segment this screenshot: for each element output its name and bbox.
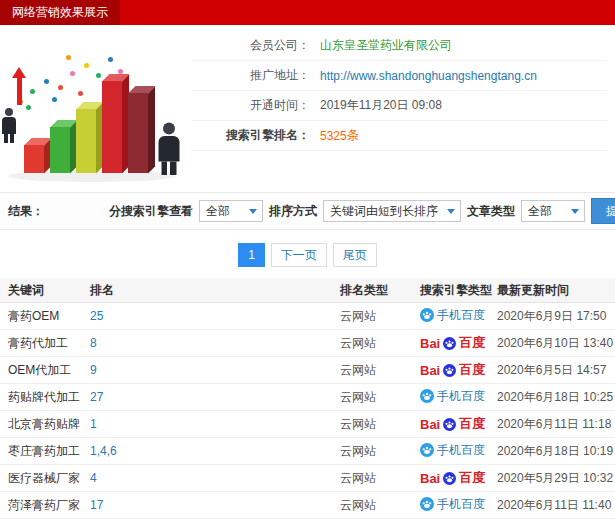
keyword-cell: 北京膏药贴牌 (8, 416, 90, 433)
mobile-baidu-badge: 手机百度 (420, 496, 485, 513)
baidu-wordmark: Bai (420, 471, 440, 486)
growth-arrow-icon (17, 77, 22, 105)
keyword-cell: 枣庄膏药加工 (8, 443, 90, 460)
updated-cell: 2020年6月18日 10:25 (497, 389, 615, 406)
baidu-paw-icon (443, 337, 456, 350)
open-time-label: 开通时间： (192, 97, 310, 114)
article-type-select[interactable]: 全部 (521, 200, 585, 222)
updated-cell: 2020年6月9日 17:50 (497, 308, 615, 325)
chevron-down-icon (571, 209, 579, 214)
table-body: 膏药OEM 25 云网站 手机百度 Bai (0, 303, 615, 519)
engine-type-cell: 手机百度 Bai 百度 (420, 307, 497, 326)
mobile-baidu-badge: 手机百度 (420, 442, 485, 459)
updated-cell: 2020年6月11日 11:40 (497, 497, 615, 514)
last-page-button[interactable]: 尾页 (333, 243, 377, 267)
company-name: 山东皇圣堂药业有限公司 (320, 37, 452, 54)
baidu-wordmark: Bai (420, 363, 440, 378)
baidu-cn-label: 百度 (459, 415, 485, 433)
table-row: 菏泽膏药厂家 17 云网站 手机百度 Bai (0, 492, 615, 519)
mobile-baidu-icon (420, 497, 434, 511)
keyword-cell: 医疗器械厂家 (8, 470, 90, 487)
filter-controls: 分搜索引擎查看 全部 排序方式 关键词由短到长排序 文章类型 全部 提交 (109, 198, 615, 224)
url-label: 推广地址： (192, 67, 310, 84)
engine-rank-row: 搜索引擎排名： 5325 条 (192, 121, 607, 151)
engine-filter-value: 全部 (206, 203, 230, 220)
table-row: OEM代加工 9 云网站 手机百度 Bai (0, 357, 615, 384)
updated-cell: 2020年5月29日 10:32 (497, 470, 615, 487)
engine-type-cell: 手机百度 Bai 百度 (420, 361, 497, 379)
bar-chart-bar (128, 93, 148, 173)
company-label: 会员公司： (192, 37, 310, 54)
sort-order-value: 关键词由短到长排序 (330, 203, 438, 220)
rank-cell: 9 (90, 363, 340, 377)
submit-button[interactable]: 提交 (591, 198, 615, 224)
baidu-logo: Bai 百度 (420, 469, 485, 487)
engine-type-cell: 手机百度 Bai 百度 (420, 469, 497, 487)
next-page-button[interactable]: 下一页 (271, 243, 327, 267)
rank-type-cell: 云网站 (340, 362, 420, 379)
bar-chart-bar (102, 81, 122, 173)
baidu-paw-icon (443, 472, 456, 485)
updated-cell: 2020年6月11日 11:18 (497, 416, 615, 433)
filter-bar: 结果： 分搜索引擎查看 全部 排序方式 关键词由短到长排序 文章类型 全部 提交 (0, 192, 615, 230)
businessman-figure (2, 108, 16, 143)
rank-cell: 1,4,6 (90, 444, 340, 458)
results-table: 关键词 排名 排名类型 搜索引擎类型 最新更新时间 膏药OEM 25 云网站 手… (0, 278, 615, 519)
baidu-paw-icon (443, 364, 456, 377)
header-engine-type: 搜索引擎类型 (420, 282, 497, 299)
baidu-wordmark: Bai (420, 417, 440, 432)
mobile-baidu-label: 手机百度 (437, 442, 485, 459)
baidu-wordmark: Bai (420, 336, 440, 351)
mobile-baidu-icon (420, 443, 434, 457)
keyword-cell: 膏药代加工 (8, 335, 90, 352)
rank-type-cell: 云网站 (340, 308, 420, 325)
updated-cell: 2020年6月10日 13:40 (497, 335, 615, 352)
mobile-baidu-icon (420, 308, 434, 322)
rank-cell: 25 (90, 309, 340, 323)
engine-rank-count: 5325 (320, 129, 347, 143)
mobile-baidu-label: 手机百度 (437, 307, 485, 324)
mobile-baidu-icon (420, 389, 434, 403)
rank-cell: 4 (90, 471, 340, 485)
rank-type-cell: 云网站 (340, 416, 420, 433)
keyword-cell: 菏泽膏药厂家 (8, 497, 90, 514)
updated-cell: 2020年6月18日 10:19 (497, 443, 615, 460)
engine-type-cell: 手机百度 Bai 百度 (420, 442, 497, 461)
baidu-logo: Bai 百度 (420, 415, 485, 433)
engine-rank-label: 搜索引擎排名： (192, 127, 310, 144)
page-title: 网络营销效果展示 (0, 0, 120, 25)
bar-chart-bar (50, 127, 70, 173)
engine-rank-unit: 条 (347, 127, 359, 144)
table-row: 膏药OEM 25 云网站 手机百度 Bai (0, 303, 615, 330)
chevron-down-icon (447, 209, 455, 214)
mobile-baidu-label: 手机百度 (437, 496, 485, 513)
header-rank-type: 排名类型 (340, 282, 420, 299)
marketing-illustration (0, 25, 192, 187)
rank-cell: 27 (90, 390, 340, 404)
engine-filter-label: 分搜索引擎查看 (109, 203, 193, 220)
table-row: 枣庄膏药加工 1,4,6 云网站 手机百度 Bai (0, 438, 615, 465)
result-label: 结果： (8, 203, 44, 220)
rank-type-cell: 云网站 (340, 335, 420, 352)
baidu-cn-label: 百度 (459, 334, 485, 352)
header-keyword: 关键词 (8, 282, 90, 299)
bar-chart-bar (76, 109, 96, 173)
baidu-logo: Bai 百度 (420, 334, 485, 352)
mobile-baidu-badge: 手机百度 (420, 307, 485, 324)
table-row: 药贴牌代加工 27 云网站 手机百度 Bai (0, 384, 615, 411)
engine-filter-select[interactable]: 全部 (199, 200, 263, 222)
rank-cell: 1 (90, 417, 340, 431)
article-type-label: 文章类型 (467, 203, 515, 220)
sort-order-select[interactable]: 关键词由短到长排序 (323, 200, 461, 222)
engine-type-cell: 手机百度 Bai 百度 (420, 388, 497, 407)
page-1-button[interactable]: 1 (238, 243, 265, 267)
chevron-down-icon (249, 209, 257, 214)
baidu-paw-icon (443, 418, 456, 431)
mobile-baidu-badge: 手机百度 (420, 388, 485, 405)
table-row: 膏药代加工 8 云网站 手机百度 Bai (0, 330, 615, 357)
keyword-cell: OEM代加工 (8, 362, 90, 379)
updated-cell: 2020年6月5日 14:57 (497, 362, 615, 379)
promo-url-link[interactable]: http://www.shandonghuangshengtang.cn (320, 69, 537, 83)
table-row: 北京膏药贴牌 1 云网站 手机百度 Bai (0, 411, 615, 438)
account-info-rows: 会员公司： 山东皇圣堂药业有限公司 推广地址： http://www.shand… (192, 25, 615, 187)
